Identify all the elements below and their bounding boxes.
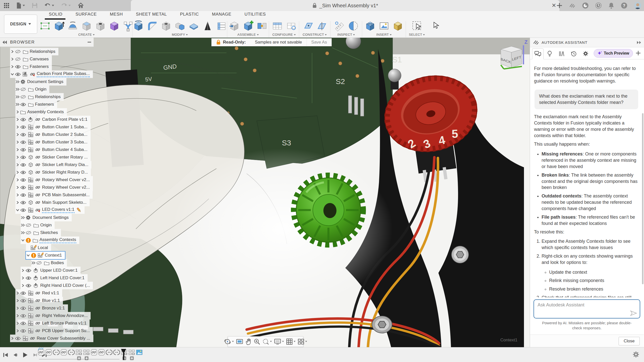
notifications-icon[interactable] [608, 2, 614, 9]
undo-button[interactable] [44, 3, 54, 8]
browser-item-main-support-skeleto[interactable]: Main Support Skeleto... [15, 199, 90, 206]
ribbon-tab-sheet-metal[interactable]: SHEET METAL [129, 11, 173, 18]
timeline-item-link[interactable] [45, 349, 52, 356]
browser-item-pcb-main-subassembl[interactable]: PCB Main Subassembl... [15, 191, 93, 199]
tool-table2-icon[interactable] [285, 20, 297, 32]
visibility-eye-icon[interactable] [20, 155, 26, 159]
tool-sweep-icon[interactable] [81, 20, 92, 32]
view-cube[interactable]: Z BACK LEFT [494, 38, 529, 73]
ribbon-group-label[interactable]: INSERT [364, 33, 404, 36]
chevron-icon[interactable] [15, 321, 20, 325]
ribbon-group-label[interactable]: SELECT [406, 33, 428, 36]
chevron-icon[interactable] [21, 216, 25, 220]
assistant-tab-library-icon[interactable] [556, 48, 567, 59]
visibility-eye-icon[interactable] [20, 103, 26, 106]
chevron-icon[interactable] [15, 193, 20, 197]
assistant-input[interactable]: Ask Autodesk Assistant [534, 299, 640, 318]
timeline-playhead[interactable] [120, 348, 127, 360]
ribbon-group-label[interactable]: CONSTRUCT [301, 33, 329, 36]
timeline-step-back-button[interactable] [12, 352, 18, 358]
visibility-eye-icon[interactable] [15, 65, 21, 69]
look-at-icon[interactable] [236, 338, 243, 345]
collapse-panel-icon[interactable] [3, 41, 7, 44]
timeline-item-config[interactable] [83, 349, 90, 360]
chevron-icon[interactable] [21, 284, 25, 288]
timeline-item-link[interactable] [98, 349, 105, 356]
chevron-icon[interactable] [15, 110, 20, 114]
tool-form-icon[interactable] [108, 20, 120, 32]
visibility-eye-icon[interactable] [25, 223, 32, 227]
chevron-icon[interactable] [15, 148, 20, 152]
tool-decal-icon[interactable] [378, 20, 390, 32]
timeline-item-joint[interactable] [53, 349, 60, 356]
chevron-icon[interactable] [15, 314, 20, 318]
browser-item-rotary-wheel-cover-v2[interactable]: Rotary Wheel Cover v2... [15, 176, 93, 184]
visibility-eye-icon[interactable] [20, 186, 26, 189]
ribbon-tab-surface[interactable]: SURFACE [69, 11, 103, 18]
tool-select-icon[interactable] [411, 20, 423, 32]
tool-insertmesh-icon[interactable] [364, 20, 376, 32]
chevron-icon[interactable] [15, 306, 20, 310]
browser-item-sticker-left-rotary-dia[interactable]: Sticker Left Rotary Dia... [15, 161, 91, 169]
help-icon[interactable]: ? [621, 2, 627, 9]
chevron-icon[interactable] [15, 200, 20, 205]
extensions-icon[interactable] [582, 2, 589, 9]
pan-icon[interactable] [245, 338, 252, 345]
browser-item-sticker-center-rotary[interactable]: Sticker Center Rotary ... [15, 153, 91, 161]
visibility-eye-icon[interactable] [20, 171, 26, 174]
send-icon[interactable] [630, 310, 637, 316]
browser-item-pcb-upper-support-su[interactable]: PCB Upper Support Su... [15, 327, 93, 335]
zoom-icon[interactable] [253, 338, 260, 345]
ribbon-group-label[interactable]: MODIFY [134, 33, 225, 36]
browser-item-context1[interactable]: Context1 [26, 252, 65, 259]
visibility-eye-icon[interactable] [20, 201, 26, 205]
browser-item-origin[interactable]: Origin [21, 221, 55, 229]
visibility-eye-icon[interactable] [20, 133, 26, 137]
user-avatar[interactable] [634, 2, 641, 9]
visibility-eye-icon[interactable] [25, 269, 32, 272]
file-menu-button[interactable] [16, 2, 25, 9]
chevron-icon[interactable] [15, 299, 20, 303]
chevron-icon[interactable] [15, 140, 20, 144]
visibility-eye-icon[interactable] [15, 57, 21, 61]
browser-item-document-settings[interactable]: Document Settings [15, 78, 66, 86]
tool-measure-icon[interactable] [334, 20, 345, 32]
timeline-item-link[interactable] [91, 349, 97, 356]
assistant-chat-scroll[interactable]: For more detailed troubleshooting, you c… [530, 60, 644, 297]
browser-item-led-covers-v1-1[interactable]: LED Covers v1:1 [15, 206, 85, 214]
chevron-icon[interactable] [21, 268, 25, 272]
ribbon-tab-utilities[interactable]: UTILITIES [238, 11, 273, 18]
chevron-icon[interactable] [21, 276, 25, 280]
browser-item-assembly-contexts[interactable]: Assembly Contexts [15, 108, 67, 116]
chevron-icon[interactable] [10, 50, 15, 54]
chevron-icon[interactable] [15, 80, 20, 84]
timeline-item-joint[interactable] [113, 349, 120, 356]
browser-item-sketches[interactable]: Sketches [21, 229, 61, 236]
browser-item-local[interactable]: Local [26, 244, 51, 252]
browser-item-rear-cover-subassembly[interactable]: Rear Cover Subassembly ... [10, 335, 93, 342]
visibility-eye-icon[interactable] [20, 178, 26, 182]
browser-item-blue-v1-1[interactable]: Blue v1:1 [15, 297, 63, 304]
visibility-eye-icon[interactable] [25, 284, 32, 288]
ribbon-group-label[interactable]: ASSEMBLE [229, 33, 267, 36]
chevron-icon[interactable] [15, 170, 20, 174]
viewport[interactable]: 2 3 4 5 [0, 38, 530, 347]
chevron-icon[interactable] [15, 125, 20, 129]
chevron-icon[interactable] [10, 57, 15, 61]
ribbon-group-label[interactable]: CREATE [42, 33, 131, 36]
tool-face-icon[interactable] [188, 20, 200, 32]
visibility-eye-icon[interactable] [20, 291, 26, 295]
browser-item-left-bronze-patina-v1-1[interactable]: Left Bronze Patina v1:1 [15, 319, 90, 327]
browser-item-fasteners[interactable]: Fasteners [10, 63, 52, 70]
timeline-item-link[interactable] [38, 349, 45, 356]
chevron-icon[interactable] [21, 223, 25, 227]
scrollbar-thumb[interactable] [642, 113, 643, 284]
tool-derive-icon[interactable] [229, 20, 240, 32]
chevron-icon[interactable] [10, 65, 15, 69]
tool-hole-icon[interactable] [95, 20, 106, 32]
fit-icon[interactable] [262, 338, 272, 345]
visibility-eye-icon[interactable] [20, 118, 26, 122]
chevron-icon[interactable] [15, 155, 20, 159]
browser-item-button-cluster-2-suba[interactable]: Button Cluster 2 Suba... [15, 131, 91, 138]
close-button[interactable]: Close [619, 337, 640, 345]
